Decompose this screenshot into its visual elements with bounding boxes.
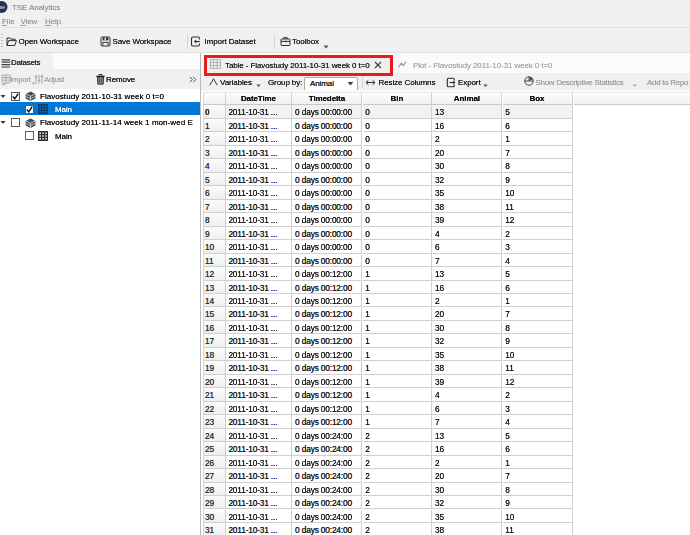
svg-text:tse: tse xyxy=(0,4,5,10)
